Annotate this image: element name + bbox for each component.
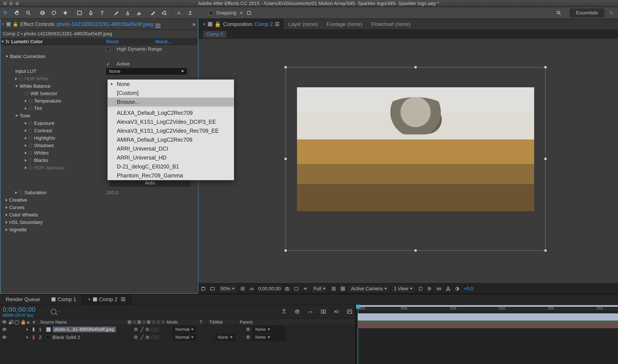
composition-tab[interactable]: × 🔒 Composition Comp 2 (198, 19, 284, 29)
zoom-dropdown[interactable]: 50% (219, 285, 236, 292)
stopwatch-icon[interactable] (28, 129, 32, 133)
color-wheels-group[interactable]: Color Wheels (9, 212, 38, 218)
stopwatch-icon[interactable] (19, 191, 23, 195)
effect-controls-filename[interactable]: photo-1421809313281-48f03fa45e9f.jpeg (57, 21, 153, 27)
brush-tool-icon[interactable] (112, 9, 120, 17)
transform-handle[interactable] (544, 249, 547, 252)
lut-option-item[interactable]: ARRI_Universal_HD (108, 153, 234, 162)
reset-link[interactable]: Reset (106, 39, 119, 44)
layer-bar[interactable] (358, 321, 618, 328)
local-axis-icon[interactable] (175, 9, 183, 17)
show-snapshot-icon[interactable] (294, 286, 299, 292)
hdr-checkbox[interactable] (106, 47, 110, 51)
exposure-value[interactable]: +0.0 (464, 286, 473, 292)
stopwatch-icon[interactable] (25, 92, 29, 96)
transform-handle[interactable] (414, 66, 417, 68)
timeline-icon[interactable] (436, 286, 442, 292)
reset-exposure-icon[interactable] (455, 286, 460, 292)
pixel-aspect-icon[interactable] (418, 286, 423, 292)
roto-brush-tool-icon[interactable] (149, 9, 157, 17)
minimize-traffic[interactable] (9, 1, 13, 5)
transform-handle[interactable] (544, 157, 547, 160)
lut-option-item[interactable]: Phantom_Rec709_Gamma (108, 171, 234, 180)
stopwatch-icon[interactable] (28, 136, 32, 140)
transform-handle[interactable] (284, 66, 287, 68)
stopwatch-icon[interactable] (28, 99, 32, 103)
footage-tab[interactable]: Footage (none) (322, 19, 367, 29)
grid-icon[interactable] (210, 286, 215, 292)
type-tool-icon[interactable] (98, 9, 106, 17)
layer-name[interactable]: photo-1...81-48f03fa45e9f.jpeg (53, 326, 116, 333)
label-swatch[interactable] (33, 335, 34, 339)
frame-blend-icon[interactable] (320, 308, 327, 315)
snapshot-icon[interactable] (284, 286, 290, 292)
puppet-pin-tool-icon[interactable] (161, 9, 169, 17)
transform-handle[interactable] (284, 157, 287, 160)
curves-group[interactable]: Curves (9, 205, 25, 210)
input-lut-dropdown[interactable]: None (106, 68, 187, 75)
comp1-tab[interactable]: Comp 1 (46, 294, 82, 304)
switches-toggles[interactable] (128, 320, 165, 324)
t-col[interactable]: T (197, 319, 207, 325)
comp2-tab[interactable]: ×Comp 2 (82, 294, 131, 304)
rotate-tool-icon[interactable] (50, 9, 58, 17)
channel-icon[interactable] (303, 286, 308, 292)
lut-option-item[interactable]: AlexaV3_K1S1_LogC2Video_Rec709_EE (108, 126, 234, 135)
tone-group[interactable]: Tone (20, 113, 30, 119)
graph-editor-icon[interactable] (346, 308, 353, 315)
transform-handle[interactable] (414, 249, 417, 252)
comp-flowchart-icon[interactable] (445, 286, 451, 292)
comp-mini-flowchart-icon[interactable] (281, 308, 287, 315)
world-axis-icon[interactable] (186, 9, 194, 17)
lock-icon[interactable]: 🔒 (13, 22, 18, 27)
pickwhip-icon[interactable] (246, 327, 251, 332)
zoom-tool-icon[interactable] (25, 9, 32, 17)
draft3d-icon[interactable] (294, 308, 300, 315)
transparency-grid-icon[interactable] (249, 286, 255, 292)
layer-row[interactable]: 1 photo-1...81-48f03fa45e9f.jpeg ╱ fx No… (0, 325, 356, 333)
lut-option-item[interactable]: D-21_delogC_EI0200_B1 (108, 162, 234, 171)
mode-dropdown[interactable]: Normal (173, 326, 196, 333)
saturation-value[interactable]: 100.0 (106, 190, 118, 195)
selection-tool-icon[interactable] (2, 9, 10, 17)
close-traffic[interactable] (3, 1, 7, 5)
render-queue-tab[interactable]: Render Queue (0, 294, 46, 304)
parent-col[interactable]: Parent (238, 319, 356, 325)
vignette-group[interactable]: Vignette (9, 227, 27, 233)
panel-menu-icon[interactable] (121, 298, 125, 301)
visibility-toggle[interactable] (2, 327, 7, 332)
visibility-toggle[interactable] (2, 335, 7, 340)
lut-option-item[interactable]: ALEXA_Default_LogC2Rec709 (108, 108, 234, 117)
white-balance-group[interactable]: White Balance (20, 83, 51, 89)
zoom-traffic[interactable] (15, 1, 19, 5)
pickwhip-icon[interactable] (134, 327, 138, 332)
search-help-icon[interactable] (555, 9, 563, 17)
stopwatch-icon[interactable] (28, 166, 32, 170)
about-link[interactable]: About... (155, 39, 171, 44)
parent-dropdown[interactable]: None (253, 334, 286, 340)
parent-dropdown[interactable]: None (253, 326, 286, 333)
layer-tab[interactable]: Layer (none) (284, 19, 322, 29)
close-tab-icon[interactable]: × (2, 22, 4, 27)
resolution-dropdown[interactable]: Full (312, 285, 327, 292)
stopwatch-icon[interactable] (19, 77, 23, 81)
close-tab-icon[interactable]: × (203, 21, 206, 27)
resolution-fast-icon[interactable] (240, 286, 245, 292)
stopwatch-icon[interactable] (28, 158, 32, 162)
overflow-chevron-icon[interactable]: » (192, 21, 196, 28)
lut-option-browse[interactable]: Browse... (108, 98, 234, 106)
pan-behind-tool-icon[interactable] (61, 9, 69, 17)
motion-blur-icon[interactable] (333, 308, 340, 315)
mode-dropdown[interactable]: Normal (173, 334, 196, 340)
stopwatch-icon[interactable] (28, 151, 32, 155)
switches-icons[interactable] (151, 328, 159, 331)
timeline-tracks[interactable]: :00s 05s 10s 15s 20s 25s (356, 305, 618, 364)
lut-option-custom[interactable]: [Custom] (108, 89, 234, 98)
creative-group[interactable]: Creative (9, 197, 27, 203)
stopwatch-icon[interactable] (28, 143, 32, 147)
pickwhip-icon[interactable] (134, 335, 138, 340)
switches-icons[interactable] (151, 336, 159, 339)
rectangle-tool-icon[interactable] (76, 9, 83, 17)
lut-option-item[interactable]: AlexaV3_K1S1_LogC2Video_DCIP3_EE (108, 117, 234, 126)
fast-previews-icon[interactable] (427, 286, 433, 292)
